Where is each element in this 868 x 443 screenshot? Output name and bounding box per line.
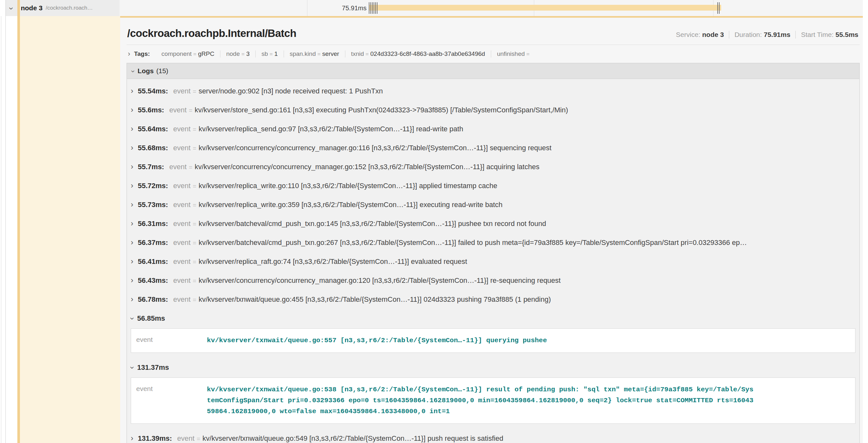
log-field-key: event	[173, 125, 190, 133]
span-bar-row[interactable]: › node 3 /cockroach.roach… 75.91ms	[0, 0, 868, 16]
chevron-down-icon[interactable]: ›	[128, 366, 136, 369]
equals-sign: =	[193, 277, 196, 284]
equals-sign: =	[193, 51, 196, 57]
tag-key: sb	[261, 50, 268, 57]
log-entry-row[interactable]: ›56.78ms:event=kv/kvserver/txnwait/queue…	[127, 290, 859, 309]
chevron-down-icon[interactable]: ›	[128, 317, 136, 320]
equals-sign: =	[193, 259, 196, 265]
equals-sign: =	[196, 435, 200, 442]
log-entry-row[interactable]: ›56.43ms:event=kv/kvserver/concurrency/c…	[127, 271, 859, 290]
log-entry-expanded-header[interactable]: ›56.85ms	[127, 309, 859, 327]
span-name-column[interactable]: › node 3 /cockroach.roach…	[6, 0, 120, 16]
log-field-key: event	[173, 295, 190, 303]
chevron-right-icon[interactable]: ›	[131, 182, 133, 190]
equals-sign: =	[193, 296, 196, 303]
log-entry-row[interactable]: ›55.54ms:event=server/node.go:902 [n3] n…	[127, 81, 859, 100]
equals-sign: =	[189, 164, 192, 170]
log-message: kv/kvserver/replica_write.go:359 [n3,s3,…	[198, 201, 502, 209]
log-rows: ›55.54ms:event=server/node.go:902 [n3] n…	[127, 79, 859, 443]
service-value: node 3	[702, 31, 724, 38]
chevron-down-icon[interactable]: ›	[129, 70, 136, 72]
tag-key: unfinished	[497, 50, 525, 57]
tag-pill: sb=1	[255, 50, 284, 58]
equals-sign: =	[193, 126, 196, 133]
log-entry-expanded-header[interactable]: ›131.37ms	[127, 358, 859, 376]
log-field-key: event	[169, 163, 187, 171]
span-bar[interactable]	[369, 5, 721, 10]
start-time-label: Start Time:	[801, 31, 834, 38]
log-field-value: kv/kvserver/txnwait/queue.go:557 [n3,s3,…	[207, 335, 547, 346]
log-message: kv/kvserver/replica_send.go:97 [n3,s3,r6…	[198, 125, 463, 133]
log-marker	[717, 2, 718, 14]
log-marker	[375, 2, 376, 14]
chevron-right-icon[interactable]: ›	[131, 239, 133, 246]
operation-name: /cockroach.roach…	[45, 5, 93, 11]
chevron-right-icon[interactable]: ›	[131, 201, 133, 208]
chevron-right-icon[interactable]: ›	[131, 87, 133, 95]
span-duration-label: 75.91ms	[120, 0, 367, 16]
log-field-key: event	[177, 434, 194, 442]
log-timestamp: 56.37ms:	[138, 239, 168, 246]
equals-sign: =	[317, 51, 320, 57]
log-message: kv/kvserver/concurrency/concurrency_mana…	[195, 163, 539, 171]
log-entry-row[interactable]: ›55.72ms:event=kv/kvserver/replica_write…	[127, 176, 859, 195]
collapse-chevron-icon[interactable]: ›	[7, 7, 16, 10]
log-entry-row[interactable]: ›55.68ms:event=kv/kvserver/concurrency/c…	[127, 138, 859, 157]
equals-sign: =	[193, 239, 196, 246]
log-field-key: event	[173, 182, 190, 190]
log-message: server/node.go:902 [n3] node received re…	[198, 87, 383, 95]
equals-sign: =	[527, 51, 530, 57]
log-message: kv/kvserver/replica_write.go:110 [n3,s3,…	[198, 182, 497, 190]
log-marker	[370, 2, 371, 14]
equals-sign: =	[270, 51, 273, 57]
log-message: kv/kvserver/replica_raft.go:74 [n3,s3,r6…	[198, 258, 467, 266]
log-message: kv/kvserver/txnwait/queue.go:549 [n3,s3,…	[203, 434, 503, 442]
log-entry-row[interactable]: ›56.41ms:event=kv/kvserver/replica_raft.…	[127, 252, 859, 271]
chevron-right-icon[interactable]: ›	[131, 106, 133, 114]
chevron-right-icon[interactable]: ›	[131, 125, 133, 133]
indent-guide	[5, 0, 6, 443]
span-timeline[interactable]: 75.91ms	[120, 0, 863, 16]
chevron-right-icon[interactable]: ›	[131, 163, 133, 170]
service-name: node 3	[21, 4, 43, 12]
chevron-right-icon[interactable]: ›	[131, 258, 133, 265]
log-field-key: event	[136, 335, 207, 343]
chevron-right-icon[interactable]: ›	[131, 276, 133, 284]
chevron-right-icon[interactable]: ›	[131, 434, 133, 442]
chevron-right-icon[interactable]: ›	[128, 50, 130, 58]
log-field-key: event	[173, 201, 190, 209]
log-entry-row[interactable]: ›56.31ms:event=kv/kvserver/batcheval/cmd…	[127, 214, 859, 233]
chevron-right-icon[interactable]: ›	[131, 295, 133, 303]
log-field-key: event	[173, 239, 190, 246]
chevron-right-icon[interactable]: ›	[131, 144, 133, 151]
log-entry-row[interactable]: ›55.7ms:event=kv/kvserver/concurrency/co…	[127, 157, 859, 176]
tags-list: component=gRPC node=3 sb=1 span.kind=ser…	[156, 50, 537, 58]
tag-value: server	[322, 50, 339, 57]
log-timestamp: 55.54ms:	[138, 87, 168, 95]
log-entry-row[interactable]: ›55.73ms:event=kv/kvserver/replica_write…	[127, 195, 859, 214]
logs-count: (15)	[156, 67, 168, 75]
duration-label: Duration:	[734, 31, 762, 38]
log-field-key: event	[173, 276, 190, 284]
log-timestamp: 55.73ms:	[138, 201, 168, 209]
log-timestamp: 56.41ms:	[138, 258, 168, 266]
chevron-right-icon[interactable]: ›	[131, 219, 133, 227]
log-entry-row[interactable]: ›131.39ms:event=kv/kvserver/txnwait/queu…	[127, 429, 859, 443]
equals-sign: =	[193, 202, 196, 208]
equals-sign: =	[366, 51, 369, 57]
tag-value: 024d3323-6c8f-4863-aa8b-37ab0e63496d	[370, 50, 485, 57]
log-timestamp: 55.6ms:	[138, 106, 164, 114]
logs-accordion-header[interactable]: › Logs (15)	[127, 63, 859, 79]
log-entry-row[interactable]: ›55.64ms:event=kv/kvserver/replica_send.…	[127, 120, 859, 138]
log-entry-row[interactable]: ›56.37ms:event=kv/kvserver/batcheval/cmd…	[127, 233, 859, 252]
log-entry-row[interactable]: ›55.6ms:event=kv/kvserver/store_send.go:…	[127, 100, 859, 120]
equals-sign: =	[193, 220, 196, 227]
log-message: kv/kvserver/concurrency/concurrency_mana…	[198, 144, 552, 152]
tag-pill: component=gRPC	[156, 50, 220, 58]
duration-value: 75.91ms	[764, 31, 790, 38]
tags-accordion-header[interactable]: › Tags: component=gRPC node=3 sb=1 span.…	[127, 45, 860, 62]
log-message: kv/kvserver/store_send.go:161 [n3,s3] ex…	[195, 106, 568, 114]
log-timestamp: 55.68ms:	[138, 144, 168, 152]
span-title: /cockroach.roachpb.Internal/Batch	[127, 27, 296, 39]
log-field-key: event	[173, 258, 190, 266]
